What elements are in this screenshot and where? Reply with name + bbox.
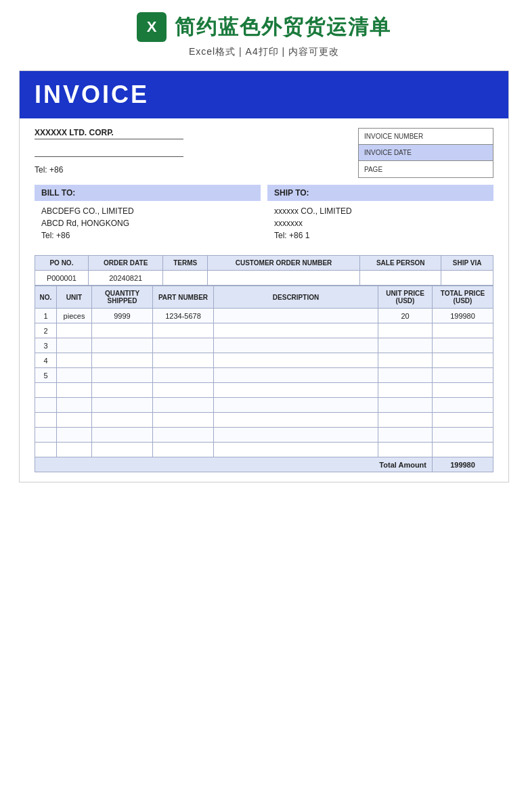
ship-to-header: SHIP TO:: [267, 185, 493, 201]
td-qty-3: [92, 353, 153, 368]
item-row-7: [35, 413, 493, 428]
items-header-row: NO. UNIT QUANTITY SHIPPED PART NUMBER DE…: [35, 286, 493, 309]
bill-to-header: BILL TO:: [35, 185, 261, 201]
main-title: 简约蓝色外贸货运清单: [175, 14, 391, 41]
order-header-row: PO NO. ORDER DATE TERMS CUSTOMER ORDER N…: [35, 256, 493, 271]
item-row-6: [35, 398, 493, 413]
th-total-price: TOTAL PRICE (USD): [433, 286, 493, 309]
td-qty-4: [92, 368, 153, 383]
invoice-number-label: INVOICE NUMBER: [359, 131, 493, 142]
td-unit_price-6: [378, 398, 433, 413]
invoice-banner: INVOICE: [20, 71, 508, 118]
ship-to-line1: xxxxxx CO., LIMITED: [267, 205, 493, 217]
td-part-5: [153, 383, 214, 398]
bill-to-tel: Tel: +86: [35, 229, 261, 242]
th-order-date: ORDER DATE: [88, 256, 163, 271]
title-row: X 简约蓝色外贸货运清单: [137, 12, 391, 42]
company-left: XXXXXX LTD. CORP. Tel: +86: [35, 128, 183, 175]
invoice-table-area: PO NO. ORDER DATE TERMS CUSTOMER ORDER N…: [20, 248, 508, 482]
subtitle: Excel格式 | A4打印 | 内容可更改: [189, 46, 339, 58]
td-total-1: [433, 323, 493, 338]
td-qty-6: [92, 398, 153, 413]
bill-to-line1: ABCDEFG CO., LIMITED: [35, 205, 261, 217]
td-no-2: 3: [35, 338, 57, 353]
td-qty-8: [92, 428, 153, 443]
td-no-0: 1: [35, 309, 57, 323]
td-unit-9: [57, 443, 92, 457]
invoice-date-label: INVOICE DATE: [359, 147, 493, 158]
td-part-2: [153, 338, 214, 353]
td-part-7: [153, 413, 214, 428]
td-total-8: [433, 428, 493, 443]
td-unit_price-5: [378, 383, 433, 398]
total-value: 199980: [433, 457, 493, 472]
td-total-2: [433, 338, 493, 353]
th-qty-shipped: QUANTITY SHIPPED: [92, 286, 153, 309]
td-unit-4: [57, 368, 92, 383]
invoice-document: INVOICE XXXXXX LTD. CORP. Tel: +86 INVOI…: [19, 70, 509, 482]
ship-to-block: SHIP TO: xxxxxx CO., LIMITED xxxxxxx Tel…: [267, 185, 493, 242]
item-row-9: [35, 443, 493, 457]
td-unit_price-0: 20: [378, 309, 433, 323]
td-total-0: 199980: [433, 309, 493, 323]
td-qty-1: [92, 323, 153, 338]
order-data-row: P000001 20240821: [35, 271, 493, 286]
th-description: DESCRIPTION: [214, 286, 378, 309]
company-line2: [35, 145, 183, 157]
td-part-4: [153, 368, 214, 383]
item-row-4: 5: [35, 368, 493, 383]
td-no-5: [35, 383, 57, 398]
td-unit_price-8: [378, 428, 433, 443]
top-header: X 简约蓝色外贸货运清单 Excel格式 | A4打印 | 内容可更改: [0, 0, 528, 64]
td-unit-1: [57, 323, 92, 338]
page-label: PAGE: [359, 164, 493, 175]
td-qty-7: [92, 413, 153, 428]
td-terms: [163, 271, 207, 286]
td-part-1: [153, 323, 214, 338]
page-wrapper: X 简约蓝色外贸货运清单 Excel格式 | A4打印 | 内容可更改 INVO…: [0, 0, 528, 812]
td-no-9: [35, 443, 57, 457]
td-desc-4: [214, 368, 378, 383]
th-no: NO.: [35, 286, 57, 309]
td-unit_price-4: [378, 368, 433, 383]
td-total-6: [433, 398, 493, 413]
td-qty-2: [92, 338, 153, 353]
meta-page: PAGE: [359, 161, 493, 177]
excel-icon: X: [137, 12, 167, 42]
td-no-3: 4: [35, 353, 57, 368]
bill-to-block: BILL TO: ABCDEFG CO., LIMITED ABCD Rd, H…: [35, 185, 261, 242]
invoice-meta-box: INVOICE NUMBER INVOICE DATE PAGE: [358, 128, 493, 178]
invoice-banner-text: INVOICE: [35, 81, 149, 108]
td-total-3: [433, 353, 493, 368]
th-ship-via: SHIP VIA: [441, 256, 493, 271]
td-desc-5: [214, 383, 378, 398]
bill-to-line2: ABCD Rd, HONGKONG: [35, 217, 261, 229]
td-qty-5: [92, 383, 153, 398]
td-no-7: [35, 413, 57, 428]
td-desc-1: [214, 323, 378, 338]
td-unit_price-1: [378, 323, 433, 338]
td-no-6: [35, 398, 57, 413]
td-no-8: [35, 428, 57, 443]
total-row: Total Amount199980: [35, 457, 493, 472]
td-unit_price-3: [378, 353, 433, 368]
td-unit-3: [57, 353, 92, 368]
items-table: NO. UNIT QUANTITY SHIPPED PART NUMBER DE…: [35, 286, 493, 472]
td-unit-5: [57, 383, 92, 398]
td-part-6: [153, 398, 214, 413]
td-unit-7: [57, 413, 92, 428]
td-total-4: [433, 368, 493, 383]
th-terms: TERMS: [163, 256, 207, 271]
td-total-7: [433, 413, 493, 428]
td-unit-8: [57, 428, 92, 443]
th-unit: UNIT: [57, 286, 92, 309]
item-row-8: [35, 428, 493, 443]
th-sale-person: SALE PERSON: [360, 256, 441, 271]
item-row-2: 3: [35, 338, 493, 353]
td-qty-0: 9999: [92, 309, 153, 323]
td-unit_price-7: [378, 413, 433, 428]
th-part-number: PART NUMBER: [153, 286, 214, 309]
item-row-3: 4: [35, 353, 493, 368]
td-order-date: 20240821: [88, 271, 163, 286]
meta-invoice-number: INVOICE NUMBER: [359, 129, 493, 145]
